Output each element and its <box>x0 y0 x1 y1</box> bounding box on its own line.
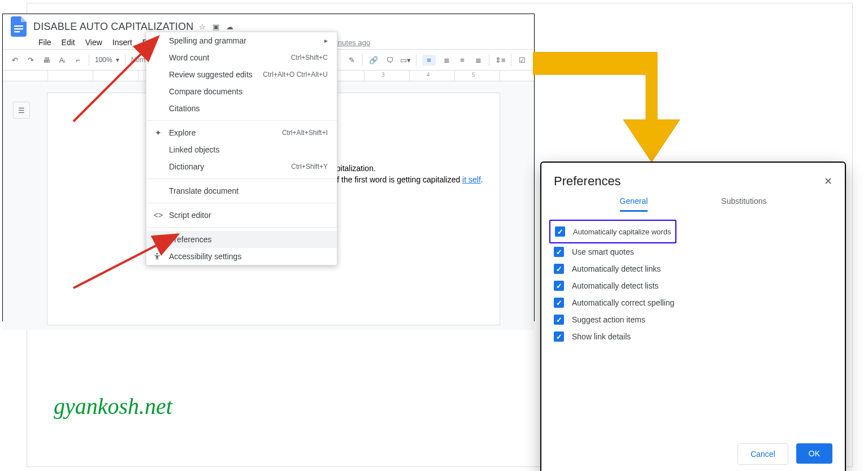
clear-format-icon[interactable]: ✎ <box>346 56 357 64</box>
checklist-icon[interactable]: ☑ <box>517 56 527 64</box>
svg-rect-1 <box>14 28 23 29</box>
spellcheck-icon[interactable]: Aᵢ <box>57 56 67 64</box>
checkbox-link-details[interactable]: ✓ <box>554 332 564 342</box>
line-spacing-icon[interactable]: ⇕≡ <box>495 56 505 64</box>
docs-logo-icon[interactable] <box>10 18 28 36</box>
checkbox-correct-spelling[interactable]: ✓ <box>554 298 564 308</box>
tools-citations[interactable]: Citations <box>146 100 337 117</box>
checkbox-smart-quotes[interactable]: ✓ <box>554 247 564 257</box>
option-label: Automatically detect links <box>572 264 661 273</box>
checkbox-detect-links[interactable]: ✓ <box>554 264 564 274</box>
tools-translate[interactable]: Translate document <box>146 182 337 199</box>
svg-rect-0 <box>14 25 23 27</box>
preferences-title: Preferences <box>554 174 832 189</box>
tab-general[interactable]: General <box>620 197 648 212</box>
redo-icon[interactable]: ↷ <box>25 56 36 64</box>
tools-script-editor[interactable]: <>Script editor <box>146 207 337 224</box>
tools-explore[interactable]: ✦ExploreCtrl+Alt+Shift+I <box>146 124 337 141</box>
star-icon[interactable]: ☆ <box>199 23 206 31</box>
option-label: Show link details <box>572 332 631 341</box>
tools-review-edits[interactable]: Review suggested editsCtrl+Alt+O Ctrl+Al… <box>146 66 337 83</box>
tools-compare[interactable]: Compare documents <box>146 83 337 100</box>
option-label: Suggest action items <box>572 315 645 324</box>
document-outline-icon[interactable]: ☰ <box>13 102 30 119</box>
preferences-dialog: Preferences ✕ General Substitutions ✓ Au… <box>540 162 846 471</box>
align-right-icon[interactable]: ≡ <box>457 56 467 64</box>
print-icon[interactable]: 🖶 <box>41 56 51 64</box>
align-left-icon[interactable]: ≡ <box>422 55 436 66</box>
tools-linked-objects[interactable]: Linked objects <box>146 141 337 158</box>
document-body-text: capitalization. r of the first word is g… <box>328 163 483 197</box>
checkbox-auto-capitalize[interactable]: ✓ <box>555 226 565 237</box>
svg-line-5 <box>73 234 178 288</box>
explore-icon: ✦ <box>153 128 163 137</box>
move-icon[interactable]: ▣ <box>212 23 219 31</box>
highlight-auto-capitalize: ✓ Automatically capitalize words <box>549 220 676 243</box>
undo-icon[interactable]: ↶ <box>10 56 20 64</box>
svg-line-4 <box>73 37 158 121</box>
cancel-button[interactable]: Cancel <box>737 443 788 465</box>
insert-comment-icon[interactable]: 🗨 <box>384 56 394 64</box>
tools-spelling[interactable]: Spelling and grammar▸ <box>146 32 337 49</box>
align-justify-icon[interactable]: ≣ <box>473 56 483 64</box>
script-editor-icon: <> <box>153 211 163 220</box>
cloud-status-icon[interactable]: ☁ <box>226 23 233 31</box>
svg-rect-2 <box>14 31 20 32</box>
annotation-big-arrow <box>533 52 709 165</box>
close-icon[interactable]: ✕ <box>824 175 832 187</box>
ok-button[interactable]: OK <box>796 443 832 464</box>
menu-file[interactable]: File <box>34 37 55 48</box>
option-label: Automatically correct spelling <box>572 298 674 307</box>
annotation-arrow-preferences <box>68 226 186 294</box>
tools-wordcount[interactable]: Word countCtrl+Shift+C <box>146 49 337 66</box>
watermark-text: gyankosh.net <box>54 393 172 420</box>
checkbox-action-items[interactable]: ✓ <box>554 315 564 325</box>
align-center-icon[interactable]: ≣ <box>441 56 452 64</box>
option-label: Use smart quotes <box>572 247 634 256</box>
checkbox-detect-lists[interactable]: ✓ <box>554 281 564 291</box>
option-label: Automatically capitalize words <box>573 228 671 236</box>
option-label: Automatically detect lists <box>572 281 658 290</box>
annotation-arrow-tools <box>68 31 170 127</box>
insert-image-icon[interactable]: ▭▾ <box>400 56 410 64</box>
tab-substitutions[interactable]: Substitutions <box>721 197 766 212</box>
insert-link-icon[interactable]: 🔗 <box>368 56 379 64</box>
tools-dictionary[interactable]: DictionaryCtrl+Shift+Y <box>146 158 337 175</box>
